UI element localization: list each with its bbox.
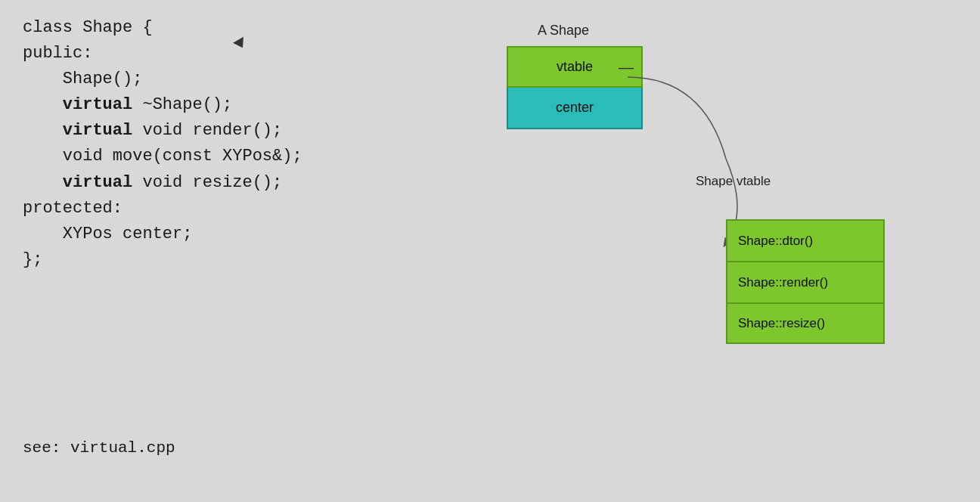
shape-object-box: vtable — center — [507, 46, 643, 129]
code-line-10: }; — [23, 247, 302, 273]
diagram-section: A Shape vtable — center — [484, 23, 620, 129]
see-note: see: virtual.cpp — [23, 439, 175, 457]
center-cell-label: center — [556, 100, 594, 116]
vtable-box: Shape::dtor() Shape::render() Shape::res… — [726, 219, 885, 344]
code-line-9: XYPos center; — [23, 222, 302, 247]
code-line-5: virtual void render(); — [23, 118, 302, 144]
code-line-6: void move(const XYPos&); — [23, 144, 302, 169]
vtable-cell: vtable — — [507, 46, 643, 88]
vtable-entry-render-label: Shape::render() — [738, 275, 828, 290]
code-line-2: public: — [23, 41, 302, 67]
vtable-entry-render: Shape::render() — [726, 261, 885, 302]
vtable-entry-dtor-label: Shape::dtor() — [738, 234, 813, 249]
center-cell: center — [507, 88, 643, 129]
vtable-entry-dtor: Shape::dtor() — [726, 219, 885, 261]
code-line-7: virtual void resize(); — [23, 170, 302, 196]
vtable-cell-label: vtable — [557, 59, 593, 75]
diagram-title: A Shape — [507, 23, 620, 39]
code-line-1: class Shape { — [23, 15, 302, 41]
code-line-4: virtual ~Shape(); — [23, 92, 302, 118]
vtable-entry-resize-label: Shape::resize() — [738, 316, 825, 331]
code-line-8: protected: — [23, 196, 302, 222]
vtable-label: Shape vtable — [696, 174, 771, 189]
code-block: class Shape { public: Shape(); virtual ~… — [23, 15, 302, 273]
vtable-entry-resize: Shape::resize() — [726, 302, 885, 344]
code-line-3: Shape(); — [23, 67, 302, 92]
